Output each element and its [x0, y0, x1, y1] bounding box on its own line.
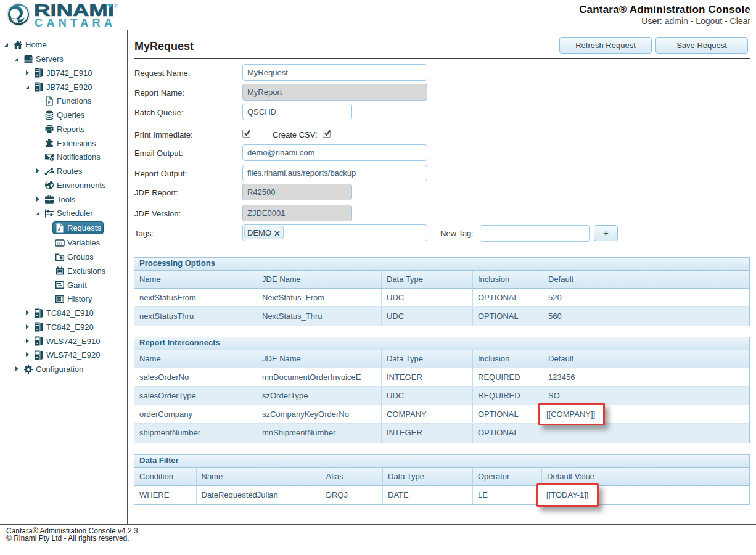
- svg-text:(x): (x): [57, 240, 62, 246]
- svg-text:®: ®: [114, 3, 118, 9]
